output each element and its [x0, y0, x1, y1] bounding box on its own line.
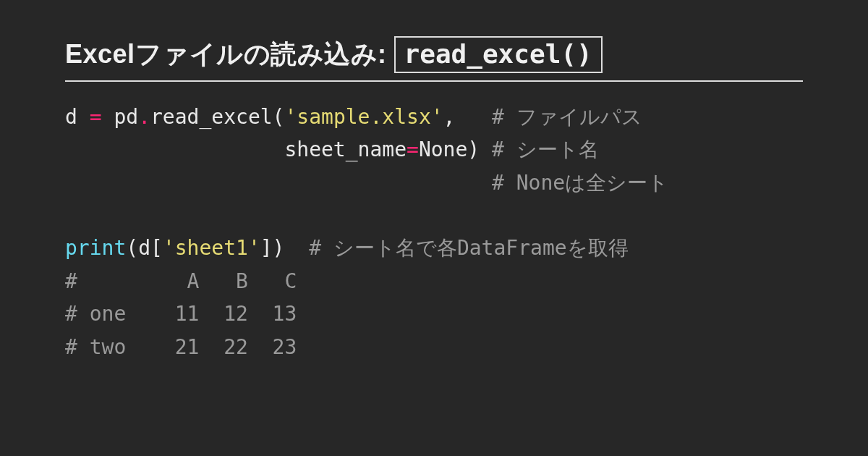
indent: [65, 171, 492, 195]
str-sheet1: 'sheet1': [163, 236, 260, 260]
none-literal: None: [419, 138, 467, 161]
title-code-badge: read_excel(): [394, 36, 603, 73]
pad: [455, 105, 492, 129]
module-pd: pd: [114, 105, 138, 129]
output-header: # A B C: [65, 269, 297, 293]
fn-print: print: [65, 236, 126, 260]
str-filepath: 'sample.xlsx': [284, 105, 443, 129]
dot-op: .: [138, 105, 150, 129]
close-paren: ): [467, 138, 492, 161]
comma: ,: [443, 105, 456, 129]
indent: [65, 138, 284, 161]
comment-get-df: # シート名で各DataFrameを取得: [309, 236, 628, 260]
close: ]): [260, 236, 309, 260]
comment-filepath: # ファイルパス: [492, 105, 642, 129]
code-line-1: d = pd.read_excel('sample.xlsx', # ファイルパ…: [65, 105, 642, 129]
code-line-2: sheet_name=None) # シート名: [65, 138, 599, 161]
code-line-4: print(d['sheet1']) # シート名で各DataFrameを取得: [65, 236, 629, 260]
title-row: Excelファイルの読み込み: read_excel(): [65, 36, 803, 82]
var-d: d: [65, 105, 90, 129]
output-row-one: # one 11 12 13: [65, 302, 297, 326]
eq-op: =: [407, 138, 419, 161]
page-title: Excelファイルの読み込み:: [65, 37, 387, 72]
comment-sheetname: # シート名: [492, 138, 599, 161]
output-row-two: # two 21 22 23: [65, 335, 297, 359]
open: (d[: [126, 236, 163, 260]
code-block: d = pd.read_excel('sample.xlsx', # ファイルパ…: [65, 101, 803, 363]
fn-read-excel: read_excel(: [150, 105, 284, 129]
comment-none-all: # Noneは全シート: [492, 171, 668, 195]
equals-op: =: [90, 105, 114, 129]
code-line-3: # Noneは全シート: [65, 171, 668, 195]
slide: Excelファイルの読み込み: read_excel() d = pd.read…: [0, 0, 868, 363]
kw-sheet-name: sheet_name: [284, 138, 407, 161]
